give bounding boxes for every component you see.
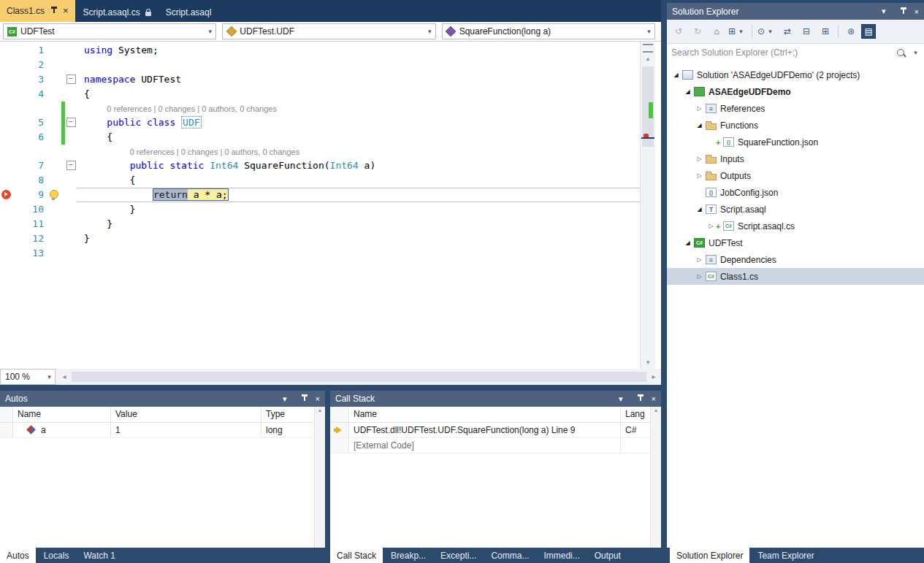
collapsed-arrow-icon[interactable]: ▷ [695,273,704,280]
fold-margin[interactable]: − [65,72,77,87]
callstack-scrollbar[interactable]: ▴ [650,407,661,548]
explorer-tab-solution-explorer[interactable]: Solution Explorer [670,548,749,563]
breakpoint-margin[interactable] [0,102,13,115]
autos-tab-watch-1[interactable]: Watch 1 [77,548,122,563]
scroll-left-arrow[interactable]: ◂ [58,369,70,385]
code-text[interactable]: } [77,231,641,246]
autos-row-a[interactable]: a1long [0,423,325,438]
column-header-value[interactable]: Value [111,407,261,422]
search-icon[interactable] [897,49,904,56]
tree-item-asaedgeudfdemo[interactable]: ◢ASAEdgeUDFDemo [667,83,924,100]
breakpoint-margin[interactable] [0,115,13,130]
callstack-frame[interactable]: [External Code] [330,438,661,453]
show-all-files-button[interactable]: ⊞ [817,24,834,39]
code-text[interactable]: 0 references | 0 changes | 0 authors, 0 … [77,145,641,158]
editor-vertical-scrollbar[interactable]: ▴ ▾ [640,42,655,369]
tab-script-asaql[interactable]: Script.asaql [159,3,218,22]
breakpoint-margin[interactable] [0,72,13,87]
code-text[interactable]: 0 references | 0 changes | 0 authors, 0 … [77,102,641,115]
tab-class1-cs[interactable]: Class1.cs × [0,0,75,22]
breakpoint-margin[interactable] [0,188,13,202]
collapsed-arrow-icon[interactable]: ▷ [706,223,716,229]
pin-icon[interactable] [51,7,57,15]
type-dropdown[interactable]: UDFTest.UDF ▾ [222,23,435,39]
autos-tab-autos[interactable]: Autos [0,548,36,563]
collapsed-arrow-icon[interactable]: ▷ [695,105,704,112]
tree-item-class1-cs[interactable]: ▷C#Class1.cs [667,268,924,285]
tree-item-squarefunction-json[interactable]: +{}SquareFunction.json [667,134,924,150]
expanded-arrow-icon[interactable]: ◢ [695,206,704,212]
autos-scrollbar[interactable]: ▴ [314,407,325,548]
code-text[interactable]: { [77,87,641,102]
scrollbar-thumb[interactable] [72,372,646,382]
column-header-name[interactable]: Name [13,407,111,422]
pin-icon[interactable] [901,7,906,16]
scroll-up-arrow[interactable]: ▴ [654,407,657,413]
code-text[interactable] [77,58,641,72]
preview-selected-items-button[interactable]: ▤ [861,24,876,39]
scroll-right-arrow[interactable]: ▸ [648,369,660,385]
code-text[interactable]: } [77,202,641,217]
callstack-tab-comma[interactable]: Comma... [484,548,535,563]
forward-button[interactable]: ↻ [689,24,706,39]
autos-tab-locals[interactable]: Locals [37,548,76,563]
search-input[interactable] [670,47,897,58]
expanded-arrow-icon[interactable]: ◢ [683,240,692,246]
code-text[interactable]: namespace UDFTest [77,72,641,87]
scrollbar-splitter-grip[interactable] [643,44,653,53]
window-position-icon[interactable]: ▾ [882,7,886,16]
zoom-dropdown[interactable]: 100 % ▾ [0,369,56,385]
autos-panel-header[interactable]: Autos ▾ × [0,391,325,407]
sync-with-active-document-button[interactable]: ⇄ [779,24,796,39]
column-header-name[interactable]: Name [349,407,621,422]
breakpoint-margin[interactable] [0,158,13,173]
dropdown-arrow-icon[interactable]: ▾ [44,373,55,380]
code-text[interactable] [77,246,641,261]
tree-item-udftest[interactable]: ◢C#UDFTest [667,234,924,251]
breakpoint-margin[interactable] [0,246,13,261]
collapsed-arrow-icon[interactable]: ▷ [695,156,704,162]
fold-margin[interactable]: − [65,158,77,173]
member-dropdown[interactable]: SquareFunction(long a) ▾ [442,23,655,39]
switch-views-button[interactable]: ⊞▾ [727,24,748,39]
scroll-down-arrow[interactable]: ▾ [641,357,655,367]
callstack-tab-call-stack[interactable]: Call Stack [330,548,383,563]
callstack-tab-breakp[interactable]: Breakp... [384,548,432,563]
fold-collapse-icon[interactable]: − [66,74,76,84]
codelens-indicator[interactable]: 0 references | 0 changes | 0 authors, 0 … [130,145,300,159]
scroll-up-arrow[interactable]: ▴ [318,407,321,413]
close-icon[interactable]: × [915,7,919,16]
tree-item-jobconfig-json[interactable]: {}JobConfig.json [667,184,924,201]
expanded-arrow-icon[interactable]: ◢ [671,72,681,78]
collapsed-arrow-icon[interactable]: ▷ [695,172,704,179]
pin-icon[interactable] [638,394,644,403]
solution-explorer-header[interactable]: Solution Explorer ▾ × [667,3,924,20]
code-editor[interactable]: 1using System;23−namespace UDFTest4{0 re… [0,42,661,369]
window-position-icon[interactable]: ▾ [283,394,287,404]
dropdown-arrow-icon[interactable]: ▾ [424,28,435,35]
pin-icon[interactable] [302,394,308,403]
explorer-tab-team-explorer[interactable]: Team Explorer [751,548,820,563]
code-text[interactable]: using System; [77,43,641,58]
code-text[interactable]: public class UDF [77,115,641,130]
breakpoint-margin[interactable] [0,130,13,145]
expanded-arrow-icon[interactable]: ◢ [695,122,704,129]
tree-item-functions[interactable]: ◢Functions [667,117,924,134]
tree-item-script-asaql[interactable]: ◢TScript.asaql [667,201,924,218]
home-button[interactable]: ⌂ [708,24,725,39]
code-text[interactable]: } [77,217,641,231]
close-icon[interactable]: × [316,394,320,403]
breakpoint-margin[interactable] [0,145,13,158]
collapse-all-button[interactable]: ⊟ [798,24,815,39]
breakpoint-margin[interactable] [0,231,13,246]
breakpoint-margin[interactable] [0,173,13,188]
callstack-panel-header[interactable]: Call Stack ▾ × [330,391,661,407]
project-dropdown[interactable]: C# UDFTest ▾ [3,23,216,39]
callstack-tab-excepti[interactable]: Excepti... [434,548,483,563]
breakpoint-margin[interactable] [0,58,13,72]
tree-item-solution-asaedgeudfdemo-2-projects[interactable]: ◢Solution 'ASAEdgeUDFDemo' (2 projects) [667,66,924,83]
dropdown-arrow-icon[interactable]: ▾ [644,28,654,35]
pending-changes-filter-button[interactable]: ⊙▾ [756,24,777,39]
close-icon[interactable]: × [652,394,656,403]
breakpoint-margin[interactable] [0,202,13,217]
